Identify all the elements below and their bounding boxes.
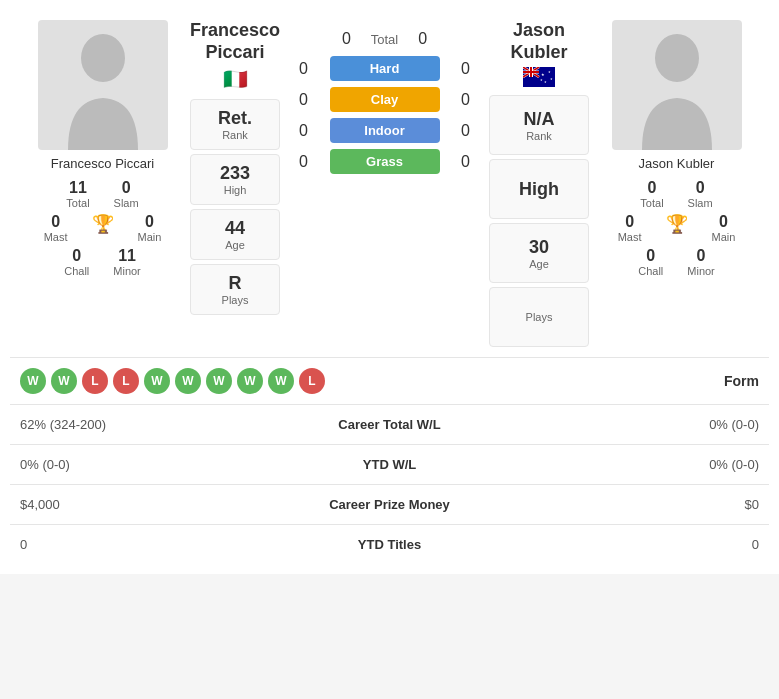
svg-point-0 [81, 34, 125, 82]
left-trophy-icon: 🏆 [92, 213, 114, 235]
form-result-badge: W [175, 368, 201, 394]
left-chall-value: 0 [72, 247, 81, 265]
svg-point-16 [655, 34, 699, 82]
svg-text:★: ★ [541, 72, 545, 77]
right-total-label: Total [640, 197, 663, 209]
stats-table-row: 0% (0-0) YTD W/L 0% (0-0) [10, 445, 769, 485]
left-player-avatar [38, 20, 168, 150]
left-plays-value: R [229, 273, 242, 294]
left-high-value: 233 [220, 163, 250, 184]
left-total-value: 11 [69, 179, 87, 197]
form-row: WWLLWWWWWL Form [20, 368, 759, 394]
left-age-label: Age [225, 239, 245, 251]
form-badges-container: WWLLWWWWWL [20, 368, 325, 394]
grass-badge: Grass [330, 149, 440, 174]
right-total-value: 0 [648, 179, 657, 197]
right-player-avatar [612, 20, 742, 150]
left-player-stats: 11 Total 0 Slam 0 Mast 🏆 [20, 179, 185, 277]
indoor-right-score: 0 [456, 122, 476, 140]
left-rank-label: Rank [222, 129, 248, 141]
form-result-badge: W [268, 368, 294, 394]
left-minor-label: Minor [113, 265, 141, 277]
court-stats: 0 Total 0 0 Hard 0 0 Clay 0 0 Indoor 0 0 [285, 20, 484, 347]
svg-text:★: ★ [544, 80, 547, 84]
right-chall-value: 0 [646, 247, 655, 265]
hard-court-row: 0 Hard 0 [290, 56, 479, 81]
right-age-box: 30 Age [489, 223, 589, 283]
stats-center-label: Career Total W/L [260, 405, 518, 445]
stats-left-value: 0% (0-0) [10, 445, 260, 485]
left-mast-label: Mast [44, 231, 68, 243]
left-main-label: Main [138, 231, 162, 243]
left-plays-box: R Plays [190, 264, 280, 315]
stats-table-row: 0 YTD Titles 0 [10, 525, 769, 565]
svg-text:★: ★ [540, 78, 543, 82]
clay-court-row: 0 Clay 0 [290, 87, 479, 112]
left-plays-label: Plays [222, 294, 249, 306]
grass-right-score: 0 [456, 153, 476, 171]
left-total-label: Total [66, 197, 89, 209]
form-result-badge: W [237, 368, 263, 394]
right-age-label: Age [529, 258, 549, 270]
player-section: Francesco Piccari 11 Total 0 Slam 0 Mas [10, 10, 769, 347]
right-plays-box: Plays [489, 287, 589, 347]
form-result-badge: W [20, 368, 46, 394]
stats-table: 62% (324-200) Career Total W/L 0% (0-0) … [10, 404, 769, 564]
stats-center-label: YTD W/L [260, 445, 518, 485]
stats-right-value: $0 [519, 485, 769, 525]
right-player-name: Jason Kubler [639, 156, 715, 171]
form-result-badge: W [51, 368, 77, 394]
left-minor-value: 11 [118, 247, 136, 265]
right-slam-value: 0 [696, 179, 705, 197]
clay-badge: Clay [330, 87, 440, 112]
stats-left-value: 62% (324-200) [10, 405, 260, 445]
left-mast-value: 0 [51, 213, 60, 231]
hard-right-score: 0 [456, 60, 476, 78]
right-minor-label: Minor [687, 265, 715, 277]
left-rank-box: Ret. Rank [190, 99, 280, 150]
svg-text:★: ★ [550, 77, 553, 81]
left-high-box: 233 High [190, 154, 280, 205]
right-rank-box: N/A Rank [489, 95, 589, 155]
stats-table-row: 62% (324-200) Career Total W/L 0% (0-0) [10, 405, 769, 445]
form-section: WWLLWWWWWL Form [10, 357, 769, 404]
total-right-score: 0 [418, 30, 427, 48]
stats-right-value: 0% (0-0) [519, 445, 769, 485]
right-player-title: Jason Kubler [489, 20, 589, 63]
left-high-label: High [224, 184, 247, 196]
right-mast-value: 0 [625, 213, 634, 231]
right-minor-value: 0 [697, 247, 706, 265]
left-player-card: Francesco Piccari 11 Total 0 Slam 0 Mas [20, 20, 185, 347]
right-flag-row: ★ ★ ★ ★ ★ [489, 67, 589, 87]
right-high-value: High [519, 179, 559, 200]
right-plays-label: Plays [526, 311, 553, 323]
stats-center-label: YTD Titles [260, 525, 518, 565]
stats-left-value: $4,000 [10, 485, 260, 525]
clay-right-score: 0 [456, 91, 476, 109]
form-label: Form [724, 373, 759, 389]
right-rank-value: N/A [524, 109, 555, 130]
indoor-left-score: 0 [294, 122, 314, 140]
hard-badge: Hard [330, 56, 440, 81]
form-result-badge: L [299, 368, 325, 394]
right-high-box: High [489, 159, 589, 219]
right-player-card: Jason Kubler 0 Total 0 Slam 0 Mast [594, 20, 759, 347]
left-age-box: 44 Age [190, 209, 280, 260]
right-slam-label: Slam [688, 197, 713, 209]
grass-left-score: 0 [294, 153, 314, 171]
form-result-badge: W [206, 368, 232, 394]
grass-court-row: 0 Grass 0 [290, 149, 479, 174]
right-chall-label: Chall [638, 265, 663, 277]
stats-tbody: 62% (324-200) Career Total W/L 0% (0-0) … [10, 405, 769, 565]
stats-right-value: 0% (0-0) [519, 405, 769, 445]
right-rank-label: Rank [526, 130, 552, 142]
right-middle-panel: Jason Kubler [484, 20, 594, 347]
stats-center-label: Career Prize Money [260, 485, 518, 525]
svg-rect-10 [523, 71, 539, 73]
middle-panel: FrancescoPiccari 🇮🇹 Ret. Rank 233 High 4… [185, 20, 285, 347]
indoor-badge: Indoor [330, 118, 440, 143]
right-player-stats: 0 Total 0 Slam 0 Mast 🏆 [594, 179, 759, 277]
hard-left-score: 0 [294, 60, 314, 78]
left-slam-label: Slam [114, 197, 139, 209]
left-rank-value: Ret. [218, 108, 252, 129]
